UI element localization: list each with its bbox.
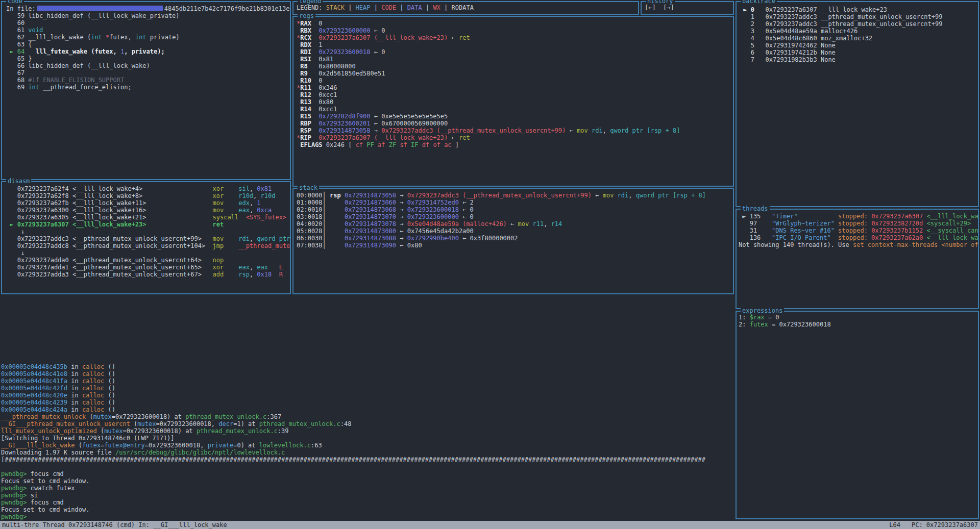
code-line: 65 } xyxy=(6,55,290,62)
pane-disasm: disasm 0x7293237a62f4 <__lll_lock_wake+4… xyxy=(1,181,291,294)
reg-row: *RIP 0x7293237a6307 (__lll_lock_wake+23)… xyxy=(297,134,733,141)
thread-list: ► 135 "Timer" stopped: 0x7293237a6307 <_… xyxy=(739,213,978,248)
status-line-number: L64 xyxy=(889,521,900,528)
disasm-row: ↓ xyxy=(6,249,290,257)
cmd-line: 0x00005e04d48c435b in calloc () xyxy=(1,363,979,370)
code-file-line: In file:4845db211e7b42c7176f9be21b8301e1… xyxy=(6,5,290,12)
cmd-line: ___pthread_mutex_unlock (mutex=0x7293236… xyxy=(1,413,979,420)
pane-title-code: code xyxy=(6,0,24,5)
disasm-row: 0x7293237adda0 <__pthread_mutex_unlock_u… xyxy=(6,257,290,264)
redacted-file-path xyxy=(37,6,163,11)
code-line: 67 xyxy=(6,69,290,77)
file-hash: 4845db211e7b42c7176f9be21b8301e13e xyxy=(164,5,290,12)
backtrace-frames: ► 0 0x7293237a6307 __lll_lock_wake+23 1 … xyxy=(740,6,978,63)
pwndbg-terminal: code In file:4845db211e7b42c7176f9be21b8… xyxy=(0,0,980,529)
stack-row: 07:0038│ 0x729314873090 ← 0x80 xyxy=(297,242,733,249)
history-controls: [←] [→] xyxy=(645,4,733,11)
backtrace-frame: 6 0x72931974212b None xyxy=(740,49,978,56)
command-log: 0x00005e04d48c435b in calloc ()0x00005e0… xyxy=(1,363,979,520)
code-source-lines: 59 libc_hidden_def (__lll_lock_wake_priv… xyxy=(6,12,290,91)
cmd-line: __GI___pthread_mutex_unlock_usercnt (mut… xyxy=(1,420,979,427)
code-line: 69 int __pthread_force_elision; xyxy=(6,84,290,91)
reg-row: R9 0x2d561850ed580e51 xyxy=(297,70,733,77)
cmd-line: pwndbg> si xyxy=(1,492,979,499)
code-line: 59 libc_hidden_def (__lll_lock_wake_priv… xyxy=(6,12,290,19)
disasm-row: 0x7293237adda3 <__pthread_mutex_unlock_u… xyxy=(6,271,290,278)
backtrace-frame: 5 0x729319742462 None xyxy=(740,42,978,49)
pane-title-legend: legend xyxy=(298,0,323,5)
stack-row: 04:0020│ 0x729314873078 → 0x5e04d48ae59a… xyxy=(297,220,733,228)
disasm-row: 0x7293237adda1 <__pthread_mutex_unlock_u… xyxy=(6,264,290,271)
pane-title-threads: threads xyxy=(741,205,770,212)
cmd-line: 0x00005e04d48c41e8 in calloc () xyxy=(1,370,979,377)
reg-row: *R11 0x346 xyxy=(297,84,733,91)
cmd-line: lll_mutex_unlock_optimized (mutex=0x7293… xyxy=(1,427,979,435)
backtrace-frame: 4 0x5e04d48c6860 moz_xmalloc+32 xyxy=(740,35,978,42)
reg-row: R14 0xcc1 xyxy=(297,106,733,113)
disasm-row: 0x7293237a62f8 <__lll_lock_wake+8> xor r… xyxy=(6,192,290,199)
disasm-row: ↓ xyxy=(6,228,290,235)
disasm-listing: 0x7293237a62f4 <__lll_lock_wake+4> xor s… xyxy=(6,185,290,278)
command-area[interactable]: 0x00005e04d48c435b in calloc ()0x00005e0… xyxy=(1,363,979,520)
pane-threads: threads ► 135 "Timer" stopped: 0x7293237… xyxy=(736,209,979,309)
reg-row: EFLAGS 0x246 [ cf PF af ZF sf IF df of a… xyxy=(297,141,733,148)
stack-row: 01:0008│ 0x729314873060 → 0x729314752ed0… xyxy=(297,199,733,206)
disasm-row: ► 0x7293237a6307 <__lll_lock_wake+23> re… xyxy=(6,221,290,228)
code-line: ► 64 lll_futex_wake (futex, 1, private); xyxy=(6,48,290,55)
status-pc: PC: 0x7293237a6307 xyxy=(912,521,978,528)
legend-items: LEGEND: STACK | HEAP | CODE | DATA | WX … xyxy=(297,4,638,11)
cmd-line: [Switching to Thread 0x7293148746c0 (LWP… xyxy=(1,435,979,442)
cmd-line: 0x00005e04d48c4239 in calloc () xyxy=(1,399,979,406)
pane-title-history: history xyxy=(646,0,675,5)
backtrace-frame: 1 0x7293237addc3 __pthread_mutex_unlock_… xyxy=(740,13,978,20)
backtrace-frame: 7 0x72931982b3b3 None xyxy=(740,56,978,63)
cmd-line: 0x00005e04d48c420e in calloc () xyxy=(1,392,979,399)
reg-row: *RCX 0x7293237a6307 (__lll_lock_wake+23)… xyxy=(297,34,733,41)
reg-row: RDX 1 xyxy=(297,41,733,48)
pane-stack: stack 00:0000│ rsp 0x729314873058 → 0x72… xyxy=(292,188,734,294)
reg-row: RBP 0x729323600201 ← 0x6700000569000000 xyxy=(297,120,733,127)
cmd-line: pwndbg> focus cmd xyxy=(1,470,979,477)
backtrace-frame: 3 0x5e04d48ae59a malloc+426 xyxy=(740,28,978,35)
pane-title-disasm: disasm xyxy=(6,178,31,185)
thread-row: 31 "DNS Res~ver #16" stopped: 0x7293237b… xyxy=(739,227,978,234)
history-forward-button[interactable]: [→] xyxy=(663,4,674,11)
stack-row: 02:0010│ 0x729314873068 → 0x729323600018… xyxy=(297,206,733,213)
cmd-line: Focus set to cmd window. xyxy=(1,506,979,513)
reg-row: R15 0x729282d8f900 ← 0xe5e5e5e5e5e5e5e5 xyxy=(297,113,733,120)
reg-row: RSP 0x729314873058 → 0x7293237addc3 (__p… xyxy=(297,127,733,134)
code-line: 61 void xyxy=(6,27,290,34)
disasm-row: 0x7293237a6305 <__lll_lock_wake+21> sysc… xyxy=(6,214,290,221)
stack-row: 00:0000│ rsp 0x729314873058 → 0x7293237a… xyxy=(297,192,733,199)
backtrace-frame: 2 0x7293237addc3 __pthread_mutex_unlock_… xyxy=(740,20,978,28)
cmd-line: __GI___lll_lock_wake (futex=futex@entry=… xyxy=(1,442,979,449)
register-list: *RAX 0 RBX 0x729323600000 ← 0*RCX 0x7293… xyxy=(297,20,733,148)
disasm-row: 0x7293237a62fb <__lll_lock_wake+11> mov … xyxy=(6,199,290,207)
status-left: multi-thre Thread 0x7293148746 (cmd) In:… xyxy=(2,521,227,529)
reg-row: RBX 0x729323600000 ← 0 xyxy=(297,27,733,34)
cmd-line: 0x00005e04d48c424a in calloc () xyxy=(1,406,979,413)
cmd-line: Focus set to cmd window. xyxy=(1,477,979,485)
disasm-row: 0x7293237a6300 <__lll_lock_wake+16> mov … xyxy=(6,207,290,214)
cmd-line xyxy=(1,463,979,470)
expression-row: 1: $rax = 0 xyxy=(739,314,978,321)
stack-row: 05:0028│ 0x729314873080 ← 0x7456e45da42b… xyxy=(297,228,733,235)
disasm-row: 0x7293237addc3 <__pthread_mutex_unlock_u… xyxy=(6,235,290,242)
legend-row: LEGEND: STACK | HEAP | CODE | DATA | WX … xyxy=(297,4,638,11)
pane-title-stack: stack xyxy=(298,184,319,191)
pane-history: history [←] [→] xyxy=(641,1,734,15)
stack-listing: 00:0000│ rsp 0x729314873058 → 0x7293237a… xyxy=(297,192,733,249)
pane-legend: legend LEGEND: STACK | HEAP | CODE | DAT… xyxy=(292,1,639,15)
status-bar: multi-thre Thread 0x7293148746 (cmd) In:… xyxy=(0,521,980,529)
cmd-line: 0x00005e04d48c41fa in calloc () xyxy=(1,377,979,385)
thread-row: 97 "WrGlyph~terizer" stopped: 0x72932382… xyxy=(739,220,978,227)
disasm-row: 0x7293237addc8 <__pthread_mutex_unlock_u… xyxy=(6,242,290,249)
history-back-button[interactable]: [←] xyxy=(645,4,656,11)
reg-row: RDI 0x729323600018 ← 0 xyxy=(297,48,733,56)
code-line: 68 #if ENABLE_ELISION_SUPPORT xyxy=(6,77,290,84)
file-line-prefix: In file: xyxy=(6,5,36,12)
code-line: 62 __lll_lock_wake (int *futex, int priv… xyxy=(6,34,290,41)
cmd-line: Downloading 1.97 K source file /usr/src/… xyxy=(1,449,979,456)
thread-row: 136 "IPC I/O Parent" stopped: 0x7293237a… xyxy=(739,234,978,241)
reg-row: *RAX 0 xyxy=(297,20,733,27)
